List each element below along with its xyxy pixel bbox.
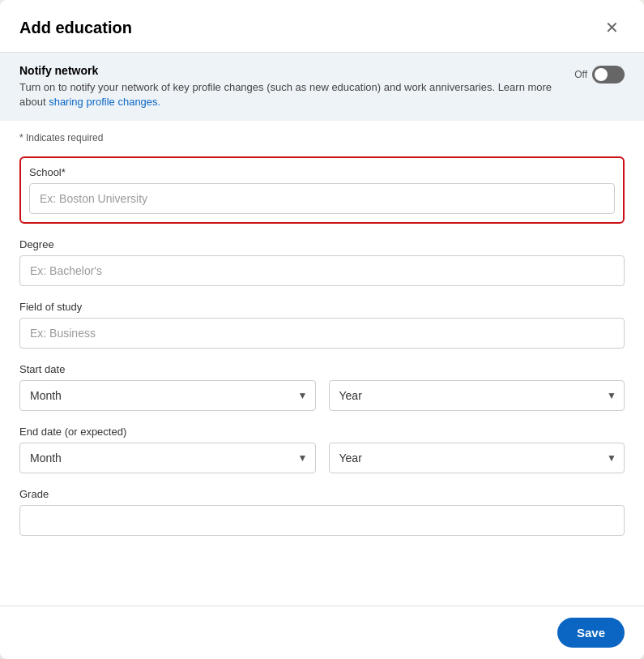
close-icon: ✕	[605, 18, 619, 37]
grade-group: Grade	[19, 488, 625, 536]
modal-footer: Save	[0, 606, 644, 659]
toggle-label: Off	[574, 69, 587, 80]
end-month-select[interactable]: Month JanuaryFebruaryMarchAprilMayJuneJu…	[19, 443, 316, 473]
modal-header: Add education ✕	[0, 0, 644, 53]
end-date-label: End date (or expected)	[19, 426, 625, 438]
end-month-wrapper: Month JanuaryFebruaryMarchAprilMayJuneJu…	[19, 443, 316, 473]
start-year-select[interactable]: Year 20242023202220212020201920182017201…	[329, 380, 625, 411]
field-label: Field of study	[19, 301, 625, 313]
toggle-slider	[592, 66, 625, 83]
grade-label: Grade	[19, 488, 625, 500]
notify-description: Turn on to notify your network of key pr…	[19, 80, 561, 109]
start-date-row: Month JanuaryFebruaryMarchAprilMayJuneJu…	[19, 380, 625, 411]
start-year-wrapper: Year 20242023202220212020201920182017201…	[329, 380, 625, 411]
modal-body: * Indicates required School* Degree Fiel…	[0, 121, 644, 606]
start-date-group: Start date Month JanuaryFebruaryMarchApr…	[19, 363, 625, 411]
end-year-wrapper: Year 20242023202220212020201920182017201…	[329, 443, 625, 473]
close-button[interactable]: ✕	[599, 15, 625, 41]
notify-toggle[interactable]	[592, 66, 625, 83]
save-button[interactable]: Save	[557, 618, 625, 648]
notify-banner: Notify network Turn on to notify your ne…	[0, 53, 644, 121]
end-date-row: Month JanuaryFebruaryMarchAprilMayJuneJu…	[19, 443, 625, 473]
notify-toggle-container: Off	[574, 66, 625, 83]
start-month-select[interactable]: Month JanuaryFebruaryMarchAprilMayJuneJu…	[19, 380, 316, 411]
end-date-group: End date (or expected) Month JanuaryFebr…	[19, 426, 625, 473]
start-date-label: Start date	[19, 363, 625, 375]
school-label: School*	[29, 166, 615, 178]
start-month-wrapper: Month JanuaryFebruaryMarchAprilMayJuneJu…	[19, 380, 316, 411]
modal-title: Add education	[19, 19, 132, 37]
add-education-modal: Add education ✕ Notify network Turn on t…	[0, 0, 644, 659]
sharing-profile-changes-link[interactable]: sharing profile changes.	[49, 96, 160, 108]
degree-input[interactable]	[19, 255, 625, 286]
degree-group: Degree	[19, 238, 625, 286]
notify-desc-text: Turn on to notify your network of key pr…	[19, 81, 495, 93]
school-input[interactable]	[29, 183, 615, 214]
field-of-study-group: Field of study	[19, 301, 625, 349]
required-note: * Indicates required	[19, 132, 625, 143]
notify-text-area: Notify network Turn on to notify your ne…	[19, 64, 561, 109]
field-input[interactable]	[19, 318, 625, 349]
notify-title: Notify network	[19, 64, 561, 77]
end-year-select[interactable]: Year 20242023202220212020201920182017201…	[329, 443, 625, 473]
grade-input[interactable]	[19, 505, 625, 536]
school-group: School*	[19, 156, 625, 224]
degree-label: Degree	[19, 238, 625, 250]
